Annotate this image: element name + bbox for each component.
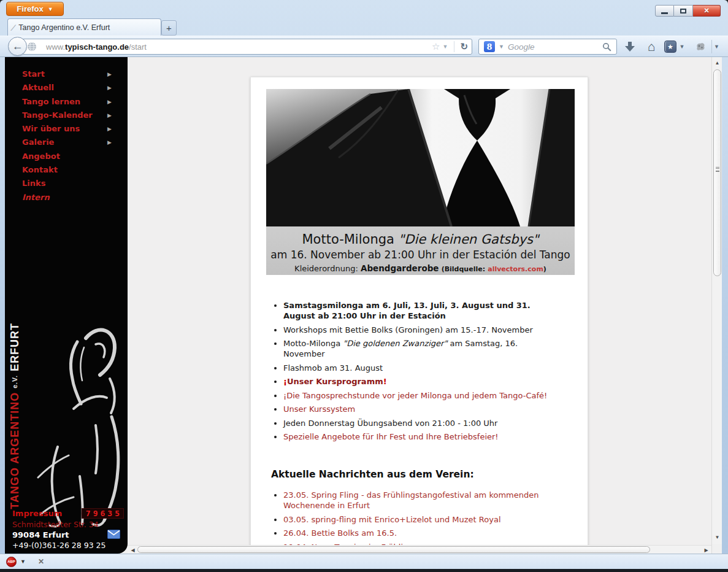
tab-tango-argentino[interactable]: ∕ Tango Argentino e.V. Erfurt — [7, 18, 161, 36]
vertical-scrollbar[interactable]: ▲ ▼ — [711, 57, 722, 554]
new-tab-button[interactable]: + — [161, 20, 177, 36]
angebote-link[interactable]: Spezielle Angebote für Ihr Fest und Ihre… — [283, 432, 499, 441]
events-list: Samstagsmilonga am 6. Juli, 13. Juli, 3.… — [266, 300, 559, 442]
news-list: 23.05. Spring Fling - das Frühlingstango… — [266, 490, 559, 552]
submenu-arrow-icon: ▶ — [107, 95, 112, 109]
vertical-logo: TANGO ARGENTINOe.V.ERFURT — [9, 323, 21, 509]
kursprogramm-link[interactable]: ¡Unser Kursprogramm! — [283, 377, 387, 386]
sidebar-item-intern[interactable]: Intern — [5, 191, 128, 204]
vertical-scrollbar-thumb[interactable] — [713, 69, 721, 276]
email-icon[interactable] — [107, 530, 120, 539]
event-item: Motto-Milonga "Die goldenen Zwanziger" a… — [283, 338, 559, 359]
scroll-up-icon[interactable]: ▲ — [712, 58, 722, 68]
minimize-icon — [661, 12, 668, 14]
firefox-menu-button[interactable]: Firefox ▼ — [6, 2, 64, 16]
event-banner: Motto-Milonga "Die kleinen Gatsbys" am 1… — [266, 226, 575, 275]
url-text: www.typisch-tango.de/start — [46, 42, 427, 52]
site-menu: Start▶ Aktuell▶ Tango lernen▶ Tango-Kale… — [5, 68, 128, 204]
minimize-button[interactable] — [655, 5, 674, 17]
sidebar-item-angebot[interactable]: Angebot — [5, 150, 128, 163]
image-source-link[interactable]: allvectors.com — [488, 265, 543, 273]
close-button[interactable]: ✕ — [693, 5, 721, 17]
content-card: Motto-Milonga "Die kleinen Gatsbys" am 1… — [250, 77, 588, 554]
event-item: ¡Die Tangosprechstunde vor jeder Milonga… — [283, 390, 559, 401]
sidebar-item-tango-kalender[interactable]: Tango-Kalender▶ — [5, 109, 128, 122]
bookmark-star-icon[interactable]: ☆ — [432, 41, 440, 52]
search-placeholder: Google — [508, 42, 599, 52]
submenu-arrow-icon: ▶ — [107, 81, 112, 95]
phone-number: +49-(0)361-26 28 93 25 — [12, 541, 124, 550]
site-sidebar: Start▶ Aktuell▶ Tango lernen▶ Tango-Kale… — [5, 57, 128, 554]
tab-favicon-icon: ∕ — [13, 23, 14, 33]
addon-bar: ABP ▼ ✕ — [0, 554, 728, 569]
horizontal-scrollbar-thumb[interactable] — [137, 546, 650, 553]
news-link[interactable]: 23.05. Spring Fling - das Frühlingstango… — [283, 490, 538, 510]
url-bar[interactable]: www.typisch-tango.de/start ☆ ▼ ↻ — [22, 39, 472, 55]
window-controls: ✕ — [655, 5, 721, 17]
news-item: 03.05. spring-fling mit Enrico+Lizelot u… — [283, 514, 559, 525]
tab-title: Tango Argentino e.V. Erfurt — [18, 23, 110, 32]
url-dropdown-icon[interactable]: ▼ — [443, 44, 448, 50]
addon-icon[interactable] — [693, 38, 708, 55]
address-city: 99084 Erfurt — [12, 530, 69, 539]
maximize-button[interactable] — [674, 5, 693, 17]
search-box[interactable]: 8 ▼ Google — [478, 39, 617, 55]
sidebar-item-kontakt[interactable]: Kontakt — [5, 163, 128, 177]
news-heading: Aktuelle Nachrichten aus dem Verein: — [271, 469, 573, 480]
maximize-icon — [680, 9, 686, 14]
tangosprechstunde-link[interactable]: ¡Die Tangosprechstunde vor jeder Milonga… — [283, 391, 547, 400]
sidebar-item-start[interactable]: Start▶ — [5, 68, 128, 81]
banner-title: Motto-Milonga "Die kleinen Gatsbys" — [266, 231, 575, 247]
adblock-dropdown-icon[interactable]: ▼ — [20, 558, 26, 565]
news-item: 23.05. Spring Fling - das Frühlingstango… — [283, 490, 559, 511]
back-button[interactable]: ← — [8, 37, 27, 56]
scrollbar-corner — [712, 544, 722, 554]
event-item: Flashmob am 31. August — [283, 363, 559, 373]
browser-window: Firefox ▼ ✕ ∕ Tango Argentino e.V. Erfur… — [0, 0, 728, 572]
event-item: Jeden Donnerstag Übungsabend von 21:00 -… — [283, 418, 559, 428]
main-frame: Motto-Milonga "Die kleinen Gatsbys" am 1… — [128, 57, 711, 554]
firefox-menu-label: Firefox — [17, 4, 43, 14]
reload-icon[interactable]: ↻ — [454, 41, 468, 52]
sidebar-item-galerie[interactable]: Galerie▶ — [5, 136, 128, 149]
banner-subtitle: am 16. November ab 21:00 Uhr in der Esta… — [266, 247, 575, 262]
news-link[interactable]: 03.05. spring-fling mit Enrico+Lizelot u… — [283, 515, 501, 524]
submenu-arrow-icon: ▶ — [107, 122, 112, 136]
scroll-left-icon[interactable]: ◀ — [128, 546, 137, 554]
chevron-down-icon: ▼ — [48, 6, 53, 12]
adblock-plus-icon[interactable]: ABP — [6, 557, 17, 567]
sidebar-item-tango-lernen[interactable]: Tango lernen▶ — [5, 95, 128, 109]
search-engine-dropdown-icon[interactable]: ▼ — [499, 44, 504, 50]
scrollbar-grip — [716, 167, 719, 172]
horizontal-scrollbar[interactable]: ◀ ▶ — [128, 545, 711, 554]
tango-dancers-illustration — [37, 285, 129, 531]
submenu-arrow-icon: ▶ — [107, 68, 112, 81]
sidebar-item-links[interactable]: Links — [5, 177, 128, 190]
event-item: Workshops mit Bettie Bolks (Groningen) a… — [283, 325, 559, 335]
google-engine-icon[interactable]: 8 — [484, 41, 495, 52]
banner-dresscode: Kleiderordnung: Abendgarderobe (Bildquel… — [266, 262, 575, 276]
kurssystem-link[interactable]: Unser Kurssystem — [283, 404, 355, 414]
scroll-down-icon[interactable]: ▼ — [712, 533, 722, 542]
suit-tie-image — [266, 89, 575, 226]
bookmarks-dropdown-icon[interactable]: ▼ — [678, 38, 686, 55]
toolbar-overflow-icon[interactable]: ▼ — [711, 40, 721, 53]
news-link[interactable]: 26.04. Bettie Bolks am 16.5. — [283, 528, 397, 538]
event-item: Samstagsmilonga am 6. Juli, 13. Juli, 3.… — [283, 300, 559, 321]
submenu-arrow-icon: ▶ — [107, 136, 112, 149]
home-icon[interactable]: ⌂ — [642, 38, 661, 55]
event-item: ¡Unser Kursprogramm! — [283, 376, 559, 387]
impressum-link[interactable]: Impressum — [12, 509, 62, 518]
bookmarks-icon[interactable]: ★ — [664, 38, 677, 55]
downloads-icon[interactable] — [621, 38, 639, 55]
sidebar-item-wir-ueber-uns[interactable]: Wir über uns▶ — [5, 122, 128, 136]
close-icon: ✕ — [703, 7, 709, 15]
address-street: Schmidtstedter Str. 34 — [12, 520, 124, 529]
search-icon[interactable] — [602, 42, 611, 52]
event-item: Spezielle Angebote für Ihr Fest und Ihre… — [283, 431, 559, 442]
addonbar-close-icon[interactable]: ✕ — [38, 557, 44, 566]
page-viewport: Motto-Milonga "Die kleinen Gatsbys" am 1… — [5, 57, 722, 554]
sidebar-item-aktuell[interactable]: Aktuell▶ — [5, 81, 128, 95]
event-item: Unser Kurssystem — [283, 404, 559, 414]
scroll-right-icon[interactable]: ▶ — [702, 546, 711, 554]
